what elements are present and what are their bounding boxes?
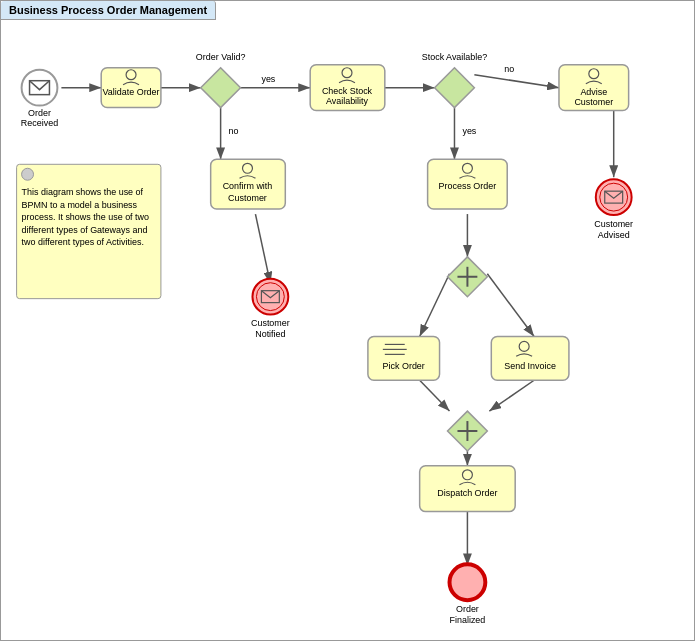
- label-gateway-ov: Order Valid?: [196, 52, 246, 62]
- flow-label-no2: no: [504, 64, 514, 74]
- window: Business Process Order Management yes: [0, 0, 695, 641]
- label-cust-advised1: Customer: [594, 219, 633, 229]
- label-confirm1: Confirm with: [223, 181, 273, 191]
- label-advise1: Advise: [580, 87, 607, 97]
- flow-label-yes1: yes: [261, 74, 275, 84]
- label-send-inv: Send Invoice: [504, 361, 556, 371]
- task-pick-order[interactable]: [368, 336, 440, 380]
- label-advise2: Customer: [574, 97, 613, 107]
- gateway-order-valid: [201, 68, 241, 108]
- label-dispatch: Dispatch Order: [437, 488, 497, 498]
- flow-label-yes2: yes: [462, 126, 476, 136]
- label-order-received2: Received: [21, 118, 58, 128]
- flow-inv-gp2: [489, 380, 534, 411]
- label-validate: Validate Order: [103, 87, 160, 97]
- note-bullet: [22, 168, 34, 180]
- label-check-stock1: Check Stock: [322, 86, 373, 96]
- start-event-order-received: [22, 70, 58, 106]
- label-finalized1: Order: [456, 604, 479, 614]
- flow-cc-cn: [255, 214, 270, 284]
- label-cust-notified1: Customer: [251, 319, 290, 329]
- gateway-stock-available: [435, 68, 475, 108]
- task-send-invoice[interactable]: [491, 336, 569, 380]
- flow-pick-gp2: [420, 380, 450, 411]
- label-confirm2: Customer: [228, 193, 267, 203]
- note-text: This diagram shows the use of BPMN to a …: [20, 184, 157, 251]
- diagram-area: yes no no yes: [1, 20, 694, 637]
- end-event-order-finalized: [450, 564, 486, 600]
- flow-gp1-inv: [487, 274, 534, 337]
- label-finalized2: Finalized: [450, 615, 486, 625]
- flow-label-no1: no: [229, 126, 239, 136]
- event-customer-notified: [252, 279, 288, 315]
- note-text-container: This diagram shows the use of BPMN to a …: [20, 184, 157, 293]
- label-process1: Process Order: [439, 181, 497, 191]
- label-order-received: Order: [28, 108, 51, 118]
- label-cust-advised2: Advised: [598, 230, 630, 240]
- flow-gw2-ac-no: [474, 75, 559, 88]
- flow-gp1-pick: [420, 274, 450, 337]
- title-bar: Business Process Order Management: [1, 1, 216, 20]
- event-customer-advised: [596, 179, 632, 215]
- label-cust-notified2: Notified: [255, 329, 285, 339]
- label-gateway-sa: Stock Available?: [422, 52, 487, 62]
- label-pick: Pick Order: [383, 361, 425, 371]
- label-check-stock2: Availability: [326, 96, 369, 106]
